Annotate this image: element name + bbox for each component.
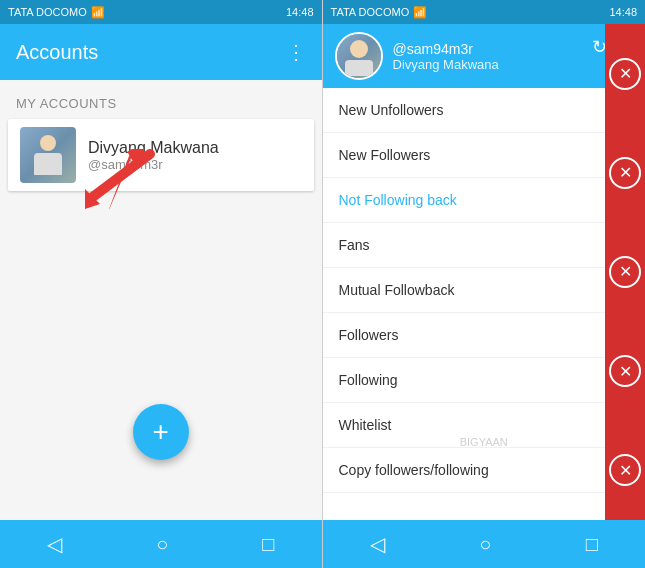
account-card[interactable]: Divyang Makwana @sam94m3r [8,119,314,191]
time-left: 14:48 [286,6,314,18]
menu-item-label-6: Following [339,372,398,388]
section-title-my-accounts: My Accounts [0,88,322,119]
right-header: @sam94m3r Divyang Makwana ↻ ⋮ [323,24,646,88]
right-status-bar: TATA DOCOMO 📶 14:48 [323,0,646,24]
delete-btn-2[interactable]: ✕ [609,157,641,189]
fab-icon: + [153,416,169,448]
menu-item-7[interactable]: Whitelist0 [323,403,646,448]
menu-item-label-3: Fans [339,237,370,253]
left-status-bar: TATA DOCOMO 📶 14:48 [0,0,322,24]
menu-item-label-4: Mutual Followback [339,282,455,298]
header-avatar-img [337,34,381,78]
header-user-section: @sam94m3r Divyang Makwana [335,32,499,88]
app-title: Accounts [16,41,98,64]
header-name: Divyang Makwana [393,57,499,72]
content-area-left: My Accounts Divyang Makwana @sam94m3r [0,80,322,440]
header-user-info: @sam94m3r Divyang Makwana [393,41,499,72]
left-panel: TATA DOCOMO 📶 14:48 Accounts ⋮ My Accoun… [0,0,322,568]
delete-btn-3[interactable]: ✕ [609,256,641,288]
menu-item-0[interactable]: New Unfollowers [323,88,646,133]
header-avatar [335,32,383,80]
menu-item-6[interactable]: Following588 [323,358,646,403]
menu-item-5[interactable]: Followers155 [323,313,646,358]
back-button-right[interactable]: ◁ [370,532,385,556]
carrier-left: TATA DOCOMO [8,6,87,18]
account-name: Divyang Makwana [88,139,302,157]
nav-bar-right: ◁ ○ □ [323,520,646,568]
right-panel: TATA DOCOMO 📶 14:48 @sam94m3r Divyang Ma… [323,0,646,568]
delete-btn-5[interactable]: ✕ [609,454,641,486]
menu-item-label-0: New Unfollowers [339,102,444,118]
account-avatar [20,127,76,183]
app-bar-left: Accounts ⋮ [0,24,322,80]
fab-container: + [0,440,322,520]
recent-button-right[interactable]: □ [586,533,598,556]
account-handle: @sam94m3r [88,157,302,172]
menu-icon-left[interactable]: ⋮ [286,40,306,64]
menu-item-8[interactable]: Copy followers/following [323,448,646,493]
recent-button-left[interactable]: □ [262,533,274,556]
avatar-image [20,127,76,183]
menu-item-label-7: Whitelist [339,417,392,433]
back-button-left[interactable]: ◁ [47,532,62,556]
delete-btn-4[interactable]: ✕ [609,355,641,387]
header-avatar-body [345,60,373,76]
carrier-right: TATA DOCOMO [331,6,410,18]
menu-item-label-2: Not Following back [339,192,457,208]
account-info: Divyang Makwana @sam94m3r [88,139,302,172]
menu-item-3[interactable]: Fans8 [323,223,646,268]
menu-list: New UnfollowersNew FollowersNot Followin… [323,88,646,520]
header-handle: @sam94m3r [393,41,499,57]
delete-btn-1[interactable]: ✕ [609,58,641,90]
menu-item-4[interactable]: Mutual Followback147 [323,268,646,313]
delete-buttons-panel: ✕ ✕ ✕ ✕ ✕ [605,24,645,520]
avatar-head [40,135,56,151]
menu-item-label-1: New Followers [339,147,431,163]
home-button-right[interactable]: ○ [479,533,491,556]
add-account-fab[interactable]: + [133,404,189,460]
svg-marker-2 [85,189,100,209]
menu-item-label-5: Followers [339,327,399,343]
nav-bar-left: ◁ ○ □ [0,520,322,568]
home-button-left[interactable]: ○ [156,533,168,556]
menu-item-2[interactable]: Not Following back441 [323,178,646,223]
signal-icons-left: 📶 [91,6,105,19]
menu-item-label-8: Copy followers/following [339,462,489,478]
avatar-body [34,153,62,175]
header-avatar-head [350,40,368,58]
menu-item-1[interactable]: New Followers [323,133,646,178]
time-right: 14:48 [609,6,637,18]
signal-icons-right: 📶 [413,6,427,19]
